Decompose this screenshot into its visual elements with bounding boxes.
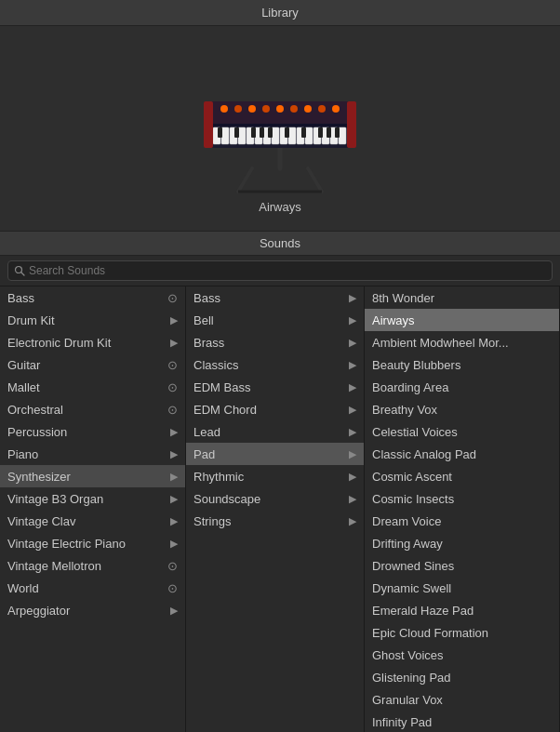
list-item[interactable]: Arpeggiator▶ bbox=[0, 599, 185, 621]
list-item[interactable]: 8th Wonder bbox=[365, 286, 559, 309]
list-item[interactable]: Lead▶ bbox=[186, 420, 364, 443]
preset-label: Ambient Modwheel Mor... bbox=[372, 336, 509, 350]
list-item[interactable]: EDM Chord▶ bbox=[186, 398, 364, 420]
list-item-label: Bell bbox=[193, 313, 214, 327]
preset-label: Classic Analog Pad bbox=[372, 447, 476, 461]
list-item[interactable]: Epic Cloud Formation bbox=[365, 621, 559, 644]
download-icon[interactable]: ⊙ bbox=[167, 403, 178, 417]
list-item[interactable]: Vintage Electric Piano▶ bbox=[0, 532, 185, 554]
lists-area: Bass⊙Drum Kit▶Electronic Drum Kit▶Guitar… bbox=[0, 286, 560, 732]
svg-rect-36 bbox=[268, 127, 273, 138]
arrow-icon: ▶ bbox=[349, 337, 356, 349]
list-item[interactable]: Dream Voice bbox=[365, 510, 559, 532]
arrow-icon: ▶ bbox=[170, 605, 178, 617]
download-icon[interactable]: ⊙ bbox=[167, 291, 178, 305]
list-item[interactable]: Cosmic Ascent bbox=[365, 465, 559, 487]
list-item-label: Piano bbox=[7, 447, 38, 461]
list-item[interactable]: Pad▶ bbox=[186, 443, 364, 465]
list-item[interactable]: Airways bbox=[365, 309, 559, 331]
list-item[interactable]: Ghost Voices bbox=[365, 644, 559, 666]
list-item[interactable]: Vintage Clav▶ bbox=[0, 510, 185, 532]
list-item[interactable]: Electronic Drum Kit▶ bbox=[0, 331, 185, 353]
list-item[interactable]: Guitar⊙ bbox=[0, 353, 185, 376]
list-item[interactable]: Glistening Pad bbox=[365, 666, 559, 688]
list-item[interactable]: Brass▶ bbox=[186, 331, 364, 353]
search-input-wrap[interactable] bbox=[7, 260, 553, 281]
list-item[interactable]: Synthesizer▶ bbox=[0, 465, 185, 487]
sounds-header: Sounds bbox=[0, 231, 560, 256]
category-column: Bass⊙Drum Kit▶Electronic Drum Kit▶Guitar… bbox=[0, 286, 186, 732]
arrow-icon: ▶ bbox=[170, 493, 178, 505]
list-item[interactable]: Infinity Pad bbox=[365, 711, 559, 732]
subcategory-column: Bass▶Bell▶Brass▶Classics▶EDM Bass▶EDM Ch… bbox=[186, 286, 365, 732]
list-item[interactable]: Piano▶ bbox=[0, 443, 185, 465]
list-item[interactable]: Bass▶ bbox=[186, 286, 364, 309]
instrument-area: Airways bbox=[0, 26, 560, 231]
svg-point-10 bbox=[262, 105, 270, 113]
sounds-label: Sounds bbox=[260, 236, 300, 250]
svg-rect-17 bbox=[221, 127, 229, 144]
list-item[interactable]: Orchestral⊙ bbox=[0, 398, 185, 420]
list-item[interactable]: Celestial Voices bbox=[365, 420, 559, 443]
list-item-label: Soundscape bbox=[193, 492, 260, 506]
svg-rect-38 bbox=[301, 127, 306, 138]
list-item[interactable]: Breathy Vox bbox=[365, 398, 559, 420]
download-icon[interactable]: ⊙ bbox=[167, 581, 178, 595]
preset-label: Emerald Haze Pad bbox=[372, 604, 473, 618]
arrow-icon: ▶ bbox=[170, 471, 178, 483]
list-item-label: Mallet bbox=[7, 380, 40, 394]
list-item-label: Guitar bbox=[7, 358, 40, 372]
search-input[interactable] bbox=[29, 264, 546, 277]
download-icon[interactable]: ⊙ bbox=[167, 559, 178, 573]
svg-rect-33 bbox=[234, 127, 239, 138]
instrument-name: Airways bbox=[259, 200, 301, 214]
list-item[interactable]: Classics▶ bbox=[186, 353, 364, 376]
list-item[interactable]: Boarding Area bbox=[365, 376, 559, 398]
list-item[interactable]: Rhythmic▶ bbox=[186, 465, 364, 487]
list-item[interactable]: Vintage B3 Organ▶ bbox=[0, 487, 185, 510]
list-item[interactable]: Bass⊙ bbox=[0, 286, 185, 309]
download-icon[interactable]: ⊙ bbox=[167, 358, 178, 372]
list-item[interactable]: Drum Kit▶ bbox=[0, 309, 185, 331]
list-item[interactable]: Vintage Mellotron⊙ bbox=[0, 554, 185, 577]
list-item-label: Vintage Mellotron bbox=[7, 559, 101, 573]
svg-point-15 bbox=[332, 105, 340, 113]
arrow-icon: ▶ bbox=[349, 314, 356, 326]
list-item[interactable]: EDM Bass▶ bbox=[186, 376, 364, 398]
arrow-icon: ▶ bbox=[170, 426, 178, 438]
list-item[interactable]: Classic Analog Pad bbox=[365, 443, 559, 465]
svg-rect-35 bbox=[260, 127, 264, 138]
arrow-icon: ▶ bbox=[349, 426, 356, 438]
list-item-label: Bass bbox=[193, 291, 220, 305]
list-item[interactable]: Drifting Away bbox=[365, 532, 559, 554]
arrow-icon: ▶ bbox=[170, 538, 178, 550]
preset-label: Breathy Vox bbox=[372, 403, 437, 417]
list-item[interactable]: Percussion▶ bbox=[0, 420, 185, 443]
list-item[interactable]: Drowned Sines bbox=[365, 554, 559, 577]
list-item[interactable]: World⊙ bbox=[0, 577, 185, 599]
list-item[interactable]: Soundscape▶ bbox=[186, 487, 364, 510]
list-item[interactable]: Strings▶ bbox=[186, 510, 364, 532]
list-item[interactable]: Bell▶ bbox=[186, 309, 364, 331]
list-item[interactable]: Granular Vox bbox=[365, 688, 559, 711]
list-item[interactable]: Mallet⊙ bbox=[0, 376, 185, 398]
list-item[interactable]: Dynamic Swell bbox=[365, 577, 559, 599]
list-item-label: Strings bbox=[193, 514, 231, 528]
preset-label: Dream Voice bbox=[372, 514, 441, 528]
list-item[interactable]: Emerald Haze Pad bbox=[365, 599, 559, 621]
preset-label: Cosmic Insects bbox=[372, 492, 454, 506]
arrow-icon: ▶ bbox=[349, 381, 356, 393]
preset-label: 8th Wonder bbox=[372, 291, 434, 305]
svg-rect-27 bbox=[305, 127, 313, 144]
list-item[interactable]: Cosmic Insects bbox=[365, 487, 559, 510]
svg-rect-25 bbox=[288, 127, 296, 144]
list-item-label: Percussion bbox=[7, 425, 67, 439]
download-icon[interactable]: ⊙ bbox=[167, 380, 178, 394]
arrow-icon: ▶ bbox=[170, 515, 178, 527]
svg-point-8 bbox=[234, 105, 242, 113]
list-item-label: EDM Chord bbox=[193, 403, 257, 417]
list-item[interactable]: Ambient Modwheel Mor... bbox=[365, 331, 559, 353]
preset-label: Ghost Voices bbox=[372, 648, 444, 662]
svg-rect-19 bbox=[238, 127, 246, 144]
list-item[interactable]: Beauty Blubbers bbox=[365, 353, 559, 376]
